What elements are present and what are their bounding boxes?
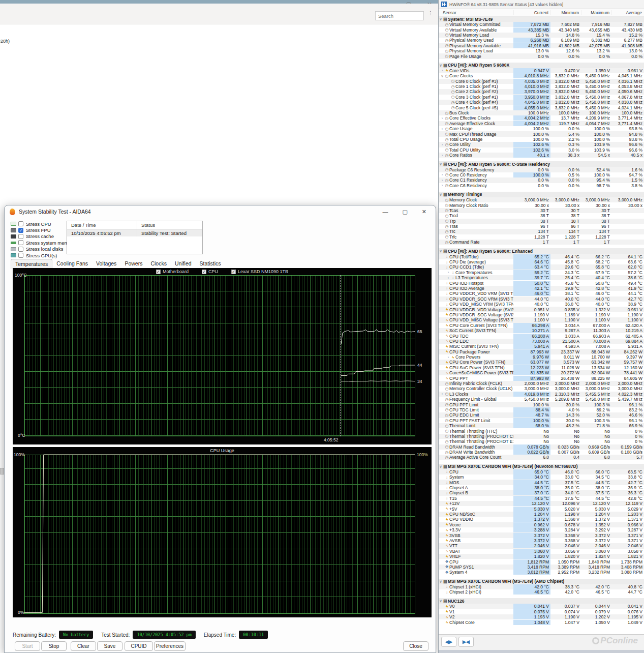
sensor-row[interactable]: ◷Virtual Memory Committed7,872 MB7,602 M… bbox=[439, 22, 644, 27]
sensor-row[interactable]: ◷Core 5 Clock (perf #5)4,055.0 MHz3,832.… bbox=[439, 105, 644, 110]
sensor-row[interactable]: ϟCPU NB/SoC1.204 V1.198 V1.204 V1.203 V bbox=[439, 512, 644, 517]
hwinfo-titlebar[interactable]: HWiNFO® 64 v8.31-5805 Sensor Status [43 … bbox=[439, 0, 644, 9]
sensor-row[interactable]: ϟCPU VDD_MISC Voltage (SVI3 TFN)1.100 V1… bbox=[439, 317, 644, 322]
sensor-row[interactable]: ◷Max CPU/Thread Usage100.0 %5.4 %100.0 %… bbox=[439, 131, 644, 136]
save-button[interactable]: Save bbox=[97, 641, 122, 651]
collapse-icon[interactable]: ∨ bbox=[439, 464, 443, 469]
sensor-row[interactable]: ◷Command Rate1 T1 T1 T bbox=[439, 240, 644, 245]
column-sensor[interactable]: Sensor bbox=[439, 10, 513, 15]
kebab-menu-icon[interactable]: ⋮ bbox=[428, 12, 433, 14]
sensor-row[interactable]: ◷Frequency Limit - Global5,450.0 MHz5,20… bbox=[439, 397, 644, 402]
sensor-row[interactable]: ›◷L3 Clocks4,019.8 MHz2,310.3 MHz5,455.5… bbox=[439, 392, 644, 397]
sensor-row[interactable]: ◷DRAM Write Bandwidth0.022 GB/s0.007 GB/… bbox=[439, 450, 644, 455]
collapse-icon[interactable]: ∨ bbox=[439, 63, 443, 68]
expand-icon[interactable]: › bbox=[446, 355, 450, 360]
sensor-row[interactable]: ◷CPU EDC Limit48.7 %14.3 %52.0 %46.6 % bbox=[439, 412, 644, 418]
sensor-row[interactable]: ❖PUMP SYS13,418 RPM3,389 RPM3,418 RPM3,4… bbox=[439, 565, 644, 570]
expand-icon[interactable]: › bbox=[440, 127, 444, 131]
stress-option[interactable]: ✓Stress FPU bbox=[11, 227, 75, 233]
sensor-row[interactable]: ◷Average Active Core Count6.00.46.05.7 bbox=[439, 455, 644, 460]
sensor-row[interactable]: ↓Chipset A38.0 °C35.0 °C38.0 °C36.9 °C bbox=[439, 485, 644, 490]
collapse-icon[interactable]: ∨ bbox=[439, 599, 443, 603]
sensor-row[interactable]: ◷Average Effective Clock4,004.2 MHz119.7… bbox=[439, 121, 644, 126]
sensor-row[interactable]: ◷Trfc1,228 T1,228 T1,228 T bbox=[439, 234, 644, 240]
sensor-row[interactable]: ϟCPU PPT87.993 W26.438 W88.225 W84.605 W bbox=[439, 375, 644, 380]
sensor-row[interactable]: ◷Core 0 Clock (perf #3)4,035.0 MHz3,832.… bbox=[439, 79, 644, 84]
stress-option[interactable]: Stress local disks bbox=[11, 246, 75, 252]
sensor-row[interactable]: ϟVREF1.820 V1.820 V1.824 V1.821 V bbox=[439, 554, 644, 559]
maximize-icon[interactable]: ▢ bbox=[402, 209, 407, 215]
sensor-row[interactable]: ◷Total CPU Usage100.0 %2.2 %100.0 %93.8 … bbox=[439, 137, 644, 142]
sensor-row[interactable]: ∨◷Core Clocks4,010.8 MHz3,832.0 MHz5,450… bbox=[439, 73, 644, 78]
sensor-section-header[interactable]: ∨▤MSI MPG X870E CARBON WIFI (MS-7E49) (A… bbox=[439, 579, 644, 584]
sensor-row[interactable]: ◷Physical Memory Load13.0 %12.6 %13.2 %1… bbox=[439, 48, 644, 53]
sensor-row[interactable]: ϟCPU VDDCR_VDD Voltage (SVI3 TFN)0.951 V… bbox=[439, 307, 644, 312]
nav-expand-button[interactable]: ◀▶ bbox=[441, 637, 456, 647]
sensor-row[interactable]: ›ϟCore Powers9.976 W0.011 W10.700 W9.397… bbox=[439, 354, 644, 360]
collapse-icon[interactable]: ∨ bbox=[439, 192, 443, 197]
sensor-row[interactable]: ◷CPU PPT Limit100.0 %30.0 %100.3 %96.1 % bbox=[439, 402, 644, 407]
sensor-row[interactable]: ϟCPU EDC73.000 A21.500 A78.000 A69.884 A bbox=[439, 339, 644, 344]
sensor-row[interactable]: ↓CPU VDDCR_VDD VRM (SVI3 TFN)46.0 °C38.1… bbox=[439, 291, 644, 296]
sensor-row[interactable]: ϟCPU SoC Power (SVI3 TFN)12.223 W11.028 … bbox=[439, 365, 644, 370]
sensor-row[interactable]: ↓CPU (Tctl/Tdie)65.2 °C46.4 °C66.2 °C64.… bbox=[439, 254, 644, 259]
sensor-row[interactable]: ◷Virtual Memory Available43,385 MB43,340… bbox=[439, 27, 644, 32]
sensor-row[interactable]: ◷Virtual Memory Load15.3 %14.8 %15.4 %15… bbox=[439, 33, 644, 38]
tab-voltages[interactable]: Voltages bbox=[92, 259, 120, 269]
sensor-row[interactable]: ◷Core 2 Clock (perf #2)3,970.0 MHz3,832.… bbox=[439, 89, 644, 94]
checkbox[interactable] bbox=[18, 221, 23, 226]
search-input[interactable] bbox=[375, 11, 424, 20]
sensor-row[interactable]: ›ϟCore VIDs0.947 V0.470 V1.350 V0.961 V bbox=[439, 68, 644, 73]
sensor-row[interactable]: ↓T1544.5 °C37.5 °C44.5 °C42.8 °C bbox=[439, 496, 644, 501]
sensor-row[interactable]: ◷Page File Usage0.0 %0.0 %0.0 %0.0 % bbox=[439, 53, 644, 58]
expand-icon[interactable]: › bbox=[440, 392, 444, 396]
sensor-row[interactable]: ϟCPU VDDIO1.372 V1.368 V1.372 V1.371 V bbox=[439, 517, 644, 522]
sensor-row[interactable]: ϟChipset Core1.048 V1.047 V1.050 V1.049 … bbox=[439, 619, 644, 625]
aida64-titlebar[interactable]: System Stability Test - AIDA64 — ▢ ✕ bbox=[5, 205, 436, 218]
log-row[interactable]: 10/10/2025 4:05:52 pm Stability Test: St… bbox=[67, 229, 202, 236]
sensor-row[interactable]: ↓CPU Die (average)64.6 °C45.8 °C68.2 °C6… bbox=[439, 259, 644, 264]
collapse-icon[interactable]: ∨ bbox=[439, 249, 443, 253]
sensor-row[interactable]: ϟ+12V12.120 V12.096 V12.120 V12.119 V bbox=[439, 501, 644, 506]
stop-button[interactable]: Stop bbox=[41, 641, 67, 651]
sensor-row[interactable]: ϟVTT2.046 V2.046 V2.046 V2.046 V bbox=[439, 543, 644, 548]
sensor-section-header[interactable]: ∨▤NUC126 bbox=[439, 598, 644, 604]
sensor-row[interactable]: ◷Memory Clock Ratio30.00 x30.00 x30.00 x… bbox=[439, 202, 644, 207]
sensor-row[interactable]: ◷Trc134 T134 T134 T bbox=[439, 229, 644, 234]
sensor-row[interactable]: ↓CPU65.0 °C46.0 °C66.0 °C63.5 °C bbox=[439, 469, 644, 474]
sensor-row[interactable]: ◷Package C6 Residency0.0 %0.0 %52.4 %1.6… bbox=[439, 167, 644, 172]
tab-clocks[interactable]: Clocks bbox=[146, 259, 171, 269]
tab-unified[interactable]: Unified bbox=[171, 259, 196, 269]
sensor-row[interactable]: ↓CPU VDDCR_SOC VRM (SVI3 TFN)44.0 °C40.0… bbox=[439, 296, 644, 302]
cpuid-button[interactable]: CPUID bbox=[125, 641, 153, 651]
sensor-row[interactable]: ◷CPU PPT FAST Limit100.0 %30.0 %100.3 %9… bbox=[439, 418, 644, 423]
expand-icon[interactable]: › bbox=[440, 178, 444, 183]
close-icon[interactable]: ✕ bbox=[422, 209, 426, 215]
stress-option[interactable]: Stress CPU bbox=[11, 221, 75, 227]
checkbox[interactable] bbox=[18, 240, 23, 245]
sensor-row[interactable]: ϟSoC Current (SVI3 TFN)10.271 A9.267 A11… bbox=[439, 328, 644, 333]
expand-icon[interactable]: › bbox=[446, 270, 450, 275]
sensor-section-header[interactable]: ∨▤Memory Timings bbox=[439, 192, 644, 197]
checkbox[interactable] bbox=[18, 253, 23, 258]
sensor-row[interactable]: ↓CPU VDD_MISC VRM (SVI3 TFN)40.0 °C36.0 … bbox=[439, 302, 644, 307]
sensor-row[interactable]: ↓CPU CCD1 (Tdie)63.4 °C29.6 °C65.8 °C62.… bbox=[439, 264, 644, 270]
column-minimum[interactable]: Minimum bbox=[550, 10, 581, 15]
sensor-row[interactable]: ›◷Core Usage100.0 %0.0 %100.0 %93.8 % bbox=[439, 126, 644, 131]
expand-icon[interactable]: › bbox=[440, 68, 444, 73]
expand-icon[interactable]: ∨ bbox=[440, 74, 444, 78]
sensor-row[interactable]: ›◷Core C1 Residency0.0 %0.0 %95.4 %1.5 % bbox=[439, 177, 644, 183]
sensor-row[interactable]: ϟ+3.3V3.288 V3.284 V3.292 V3.287 V bbox=[439, 527, 644, 532]
sensor-row[interactable]: ›◷Core Ratios40.1 x38.3 x54.5 x40.5 x bbox=[439, 153, 644, 158]
sensor-row[interactable]: ›↓Core Temperatures59.2 °C24.3 °C67.9 °C… bbox=[439, 270, 644, 275]
stress-option[interactable]: Stress cache bbox=[11, 233, 75, 240]
sensor-row[interactable]: ↓System34.0 °C33.0 °C34.5 °C33.8 °C bbox=[439, 474, 644, 480]
sensor-section-header[interactable]: ∨▤CPU [#0]: AMD Ryzen 5 9600X: Enhanced bbox=[439, 248, 644, 254]
sensor-row[interactable]: ϟ+5V5.030 V5.020 V5.030 V5.029 V bbox=[439, 506, 644, 511]
sensor-row[interactable]: ›◷Core Utility102.6 %0.3 %103.9 %96.6 % bbox=[439, 142, 644, 147]
sensor-row[interactable]: ›↓L3 Temperatures39.7 °C25.4 °C40.4 °C38… bbox=[439, 275, 644, 280]
sensor-row[interactable]: ◷Core 4 Clock (perf #4)4,045.0 MHz3,832.… bbox=[439, 100, 644, 105]
sensor-row[interactable]: ◷Core 3 Clock (perf #1)3,950.0 MHz3,832.… bbox=[439, 95, 644, 100]
expand-icon[interactable]: › bbox=[440, 142, 444, 147]
sensor-row[interactable]: ↓CPU IOD Hotspot50.0 °C45.8 °C50.8 °C49.… bbox=[439, 280, 644, 285]
